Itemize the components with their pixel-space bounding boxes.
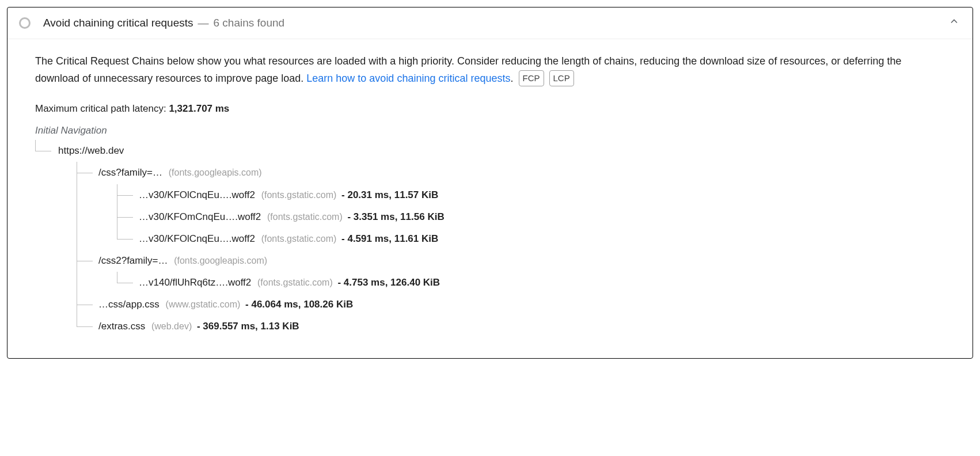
request-url: https://web.dev	[58, 145, 124, 156]
tree-node: …v140/flUhRq6tz….woff2 (fonts.gstatic.co…	[117, 272, 945, 294]
request-host: (fonts.googleapis.com)	[169, 168, 262, 177]
max-latency-label: Maximum critical path latency:	[35, 103, 169, 114]
request-host: (fonts.gstatic.com)	[257, 278, 333, 287]
audit-summary: 6 chains found	[214, 17, 285, 29]
request-url: /css?family=…	[98, 167, 162, 178]
metric-badge-fcp: FCP	[519, 70, 544, 87]
status-informative-icon	[19, 17, 31, 29]
audit-header[interactable]: Avoid chaining critical requests — 6 cha…	[7, 7, 973, 39]
request-url: /css2?family=…	[98, 255, 168, 266]
request-url: …v140/flUhRq6tz….woff2	[139, 277, 251, 288]
request-stats: - 3.351 ms, 11.56 KiB	[347, 211, 444, 222]
title-separator: —	[198, 17, 209, 29]
metric-badge-lcp: LCP	[549, 70, 574, 87]
request-host: (web.dev)	[151, 321, 192, 331]
request-host: (fonts.gstatic.com)	[261, 234, 337, 244]
audit-card: Avoid chaining critical requests — 6 cha…	[7, 7, 973, 359]
request-host: (fonts.gstatic.com)	[267, 212, 343, 222]
request-url: /extras.css	[98, 321, 145, 332]
tree-node: /css2?family=… (fonts.googleapis.com) …v…	[77, 250, 945, 294]
tree-node: /extras.css (web.dev) - 369.557 ms, 1.13…	[77, 316, 945, 337]
request-host: (www.gstatic.com)	[166, 299, 241, 309]
tree-node: …v30/KFOlCnqEu….woff2 (fonts.gstatic.com…	[117, 228, 945, 250]
max-latency: Maximum critical path latency: 1,321.707…	[35, 103, 945, 115]
tree-node: …css/app.css (www.gstatic.com) - 46.064 …	[77, 294, 945, 316]
request-url: …v30/KFOmCnqEu….woff2	[139, 211, 261, 222]
chevron-up-icon[interactable]	[948, 16, 960, 31]
request-url: …v30/KFOlCnqEu….woff2	[139, 233, 255, 244]
audit-body: The Critical Request Chains below show y…	[7, 39, 973, 358]
request-url: …css/app.css	[98, 299, 159, 310]
audit-title: Avoid chaining critical requests	[43, 17, 193, 29]
tree-root-label: Initial Navigation	[35, 125, 945, 136]
tree-node: …v30/KFOlCnqEu….woff2 (fonts.gstatic.com…	[117, 184, 945, 206]
request-host: (fonts.gstatic.com)	[261, 190, 337, 200]
tree-node: /css?family=… (fonts.googleapis.com) …v3…	[77, 162, 945, 249]
request-stats: - 4.753 ms, 126.40 KiB	[337, 277, 440, 288]
request-stats: - 20.31 ms, 11.57 KiB	[341, 189, 438, 200]
request-chain-tree: https://web.dev /css?family=… (fonts.goo…	[35, 140, 945, 337]
learn-more-link[interactable]: Learn how to avoid chaining critical req…	[306, 73, 510, 84]
request-host: (fonts.googleapis.com)	[174, 256, 267, 265]
tree-node: …v30/KFOmCnqEu….woff2 (fonts.gstatic.com…	[117, 206, 945, 228]
audit-description: The Critical Request Chains below show y…	[35, 53, 945, 87]
request-stats: - 46.064 ms, 108.26 KiB	[245, 299, 353, 310]
request-stats: - 369.557 ms, 1.13 KiB	[197, 321, 299, 332]
request-stats: - 4.591 ms, 11.61 KiB	[341, 233, 438, 244]
max-latency-value: 1,321.707 ms	[169, 103, 229, 114]
tree-node: https://web.dev /css?family=… (fonts.goo…	[35, 140, 945, 337]
request-url: …v30/KFOlCnqEu….woff2	[139, 189, 255, 200]
